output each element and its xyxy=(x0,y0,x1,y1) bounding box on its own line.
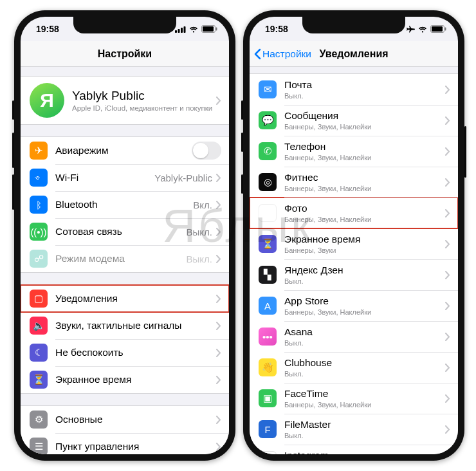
apple-id-row[interactable]: Я Yablyk Public Apple ID, iCloud, медиак… xyxy=(21,77,229,124)
account-name: Yablyk Public xyxy=(72,89,216,104)
phone-icon: ✆ xyxy=(259,142,277,160)
settings-content[interactable]: Я Yablyk Public Apple ID, iCloud, медиак… xyxy=(21,67,229,454)
facetime-icon: ▣ xyxy=(259,389,277,407)
app-title: Instagram xyxy=(284,450,445,454)
settings-row-bluetooth[interactable]: ᛒBluetoothВкл. xyxy=(21,191,229,218)
app-row-messages[interactable]: 💬СообщенияБаннеры, Звуки, Наклейки xyxy=(250,105,458,136)
app-title: Телефон xyxy=(284,141,445,153)
svg-rect-3 xyxy=(184,26,186,33)
app-title: Сообщения xyxy=(284,110,445,122)
app-row-appstore[interactable]: AApp StoreБаннеры, Звуки, Наклейки xyxy=(250,290,458,321)
settings-row-dnd[interactable]: ☾Не беспокоить xyxy=(21,339,229,366)
app-title: Asana xyxy=(284,326,445,338)
chevron-right-icon xyxy=(445,209,450,217)
settings-row-airplane[interactable]: ✈︎Авиарежим xyxy=(21,137,229,164)
app-row-fitness[interactable]: ◎ФитнесБаннеры, Звуки, Наклейки xyxy=(250,167,458,198)
settings-row-sounds[interactable]: 🔈Звуки, тактильные сигналы xyxy=(21,312,229,339)
chevron-right-icon xyxy=(216,416,221,424)
app-row-filemaster[interactable]: FFileMasterВыкл. xyxy=(250,414,458,445)
app-row-mail[interactable]: ✉︎ПочтаВыкл. xyxy=(250,74,458,105)
row-value: Выкл. xyxy=(187,254,212,264)
app-sub: Баннеры, Звуки, Наклейки xyxy=(284,216,445,223)
filemaster-icon: F xyxy=(259,420,277,438)
app-sub: Выкл. xyxy=(284,92,445,100)
signal-icon xyxy=(175,26,186,33)
app-title: Яндекс Дзен xyxy=(284,264,445,277)
wifi-icon: ᯤ xyxy=(30,169,48,187)
chevron-right-icon xyxy=(445,240,450,248)
clubhouse-icon: 👋 xyxy=(259,358,277,376)
notifications-icon: ▢ xyxy=(30,290,48,308)
row-title: Звуки, тактильные сигналы xyxy=(55,320,216,332)
toggle-switch[interactable] xyxy=(192,142,221,160)
notch xyxy=(73,17,176,33)
settings-group: ✈︎АвиарежимᯤWi-FiYablyk-PublicᛒBluetooth… xyxy=(21,136,229,273)
airplane-icon: ✈︎ xyxy=(30,142,48,160)
screen-right: 19:58 Настройки Уведомления ✉︎ПочтаВыкл.… xyxy=(250,17,458,454)
settings-row-hotspot[interactable]: ☍Режим модемаВыкл. xyxy=(21,245,229,272)
apps-group: ✉︎ПочтаВыкл.💬СообщенияБаннеры, Звуки, На… xyxy=(250,73,458,454)
app-sub: Баннеры, Звуки, Наклейки xyxy=(284,185,445,192)
chevron-right-icon xyxy=(445,364,450,372)
settings-row-notifications[interactable]: ▢Уведомления xyxy=(21,285,229,312)
notifications-content[interactable]: ✉︎ПочтаВыкл.💬СообщенияБаннеры, Звуки, На… xyxy=(250,67,458,454)
back-label: Настройки xyxy=(262,48,311,60)
row-title: Экранное время xyxy=(55,374,216,386)
app-title: FileMaster xyxy=(284,419,445,431)
chevron-right-icon xyxy=(445,425,450,434)
page-title: Уведомления xyxy=(319,48,388,60)
settings-row-general[interactable]: ⚙︎Основные xyxy=(21,406,229,433)
control-center-icon: ☰ xyxy=(30,438,48,454)
account-sub: Apple ID, iCloud, медиаконтент и покупки xyxy=(72,104,216,112)
app-sub: Баннеры, Звуки xyxy=(284,246,445,254)
app-title: Clubhouse xyxy=(284,357,445,369)
app-row-facetime[interactable]: ▣FaceTimeБаннеры, Звуки, Наклейки xyxy=(250,383,458,414)
chevron-right-icon xyxy=(445,394,450,403)
app-row-photos[interactable]: ✿ФотоБаннеры, Звуки, Наклейки xyxy=(250,198,458,228)
asana-icon: ••• xyxy=(259,328,277,346)
chevron-left-icon xyxy=(253,48,261,60)
svg-rect-1 xyxy=(178,29,180,33)
settings-row-cellular[interactable]: ((•))Сотовая связьВыкл. xyxy=(21,218,229,245)
app-row-zen[interactable]: ▚Яндекс ДзенВыкл. xyxy=(250,259,458,290)
chevron-right-icon xyxy=(445,178,450,187)
back-button[interactable]: Настройки xyxy=(253,41,311,66)
mail-icon: ✉︎ xyxy=(259,80,277,98)
status-icons xyxy=(175,25,217,33)
svg-rect-9 xyxy=(445,28,446,31)
settings-row-control-center[interactable]: ☰Пункт управления xyxy=(21,433,229,454)
settings-row-wifi[interactable]: ᯤWi-FiYablyk-Public xyxy=(21,164,229,191)
row-title: Режим модема xyxy=(55,253,187,265)
app-row-instagram[interactable]: ◯InstagramВыкл. xyxy=(250,445,458,454)
row-title: Основные xyxy=(55,414,216,426)
battery-icon xyxy=(201,25,217,33)
svg-rect-2 xyxy=(181,28,183,33)
row-title: Авиарежим xyxy=(55,145,192,157)
app-title: App Store xyxy=(284,295,445,308)
app-row-clubhouse[interactable]: 👋ClubhouseВыкл. xyxy=(250,352,458,383)
account-group: Я Yablyk Public Apple ID, iCloud, медиак… xyxy=(21,76,229,125)
chevron-right-icon xyxy=(216,443,221,451)
status-icons xyxy=(407,25,446,33)
app-sub: Выкл. xyxy=(284,370,445,378)
photos-icon: ✿ xyxy=(259,204,277,222)
zen-icon: ▚ xyxy=(259,266,277,284)
settings-row-screentime[interactable]: ⏳Экранное время xyxy=(21,366,229,393)
chevron-right-icon xyxy=(216,349,221,357)
bluetooth-icon: ᛒ xyxy=(30,196,48,214)
svg-rect-5 xyxy=(203,26,214,32)
navbar-settings: Настройки xyxy=(21,41,229,67)
page-title: Настройки xyxy=(98,48,152,60)
app-title: Фото xyxy=(284,203,445,215)
chevron-right-icon xyxy=(445,147,450,156)
app-row-phone[interactable]: ✆ТелефонБаннеры, Звуки, Наклейки xyxy=(250,136,458,167)
chevron-right-icon xyxy=(445,116,450,125)
app-sub: Баннеры, Звуки, Наклейки xyxy=(284,308,445,316)
fitness-icon: ◎ xyxy=(259,173,277,191)
cellular-icon: ((•)) xyxy=(30,223,48,241)
navbar-notifications: Настройки Уведомления xyxy=(250,41,458,67)
app-row-asana[interactable]: •••AsanaВыкл. xyxy=(250,321,458,352)
chevron-right-icon xyxy=(445,302,450,310)
app-row-screentime[interactable]: ⏳Экранное времяБаннеры, Звуки xyxy=(250,228,458,259)
chevron-right-icon xyxy=(216,201,221,209)
